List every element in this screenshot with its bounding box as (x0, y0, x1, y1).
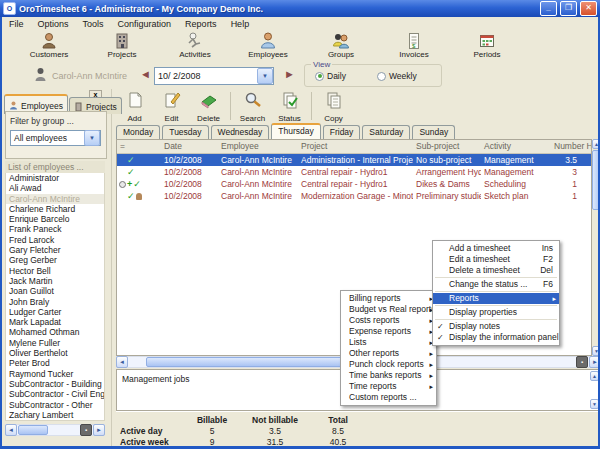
list-item[interactable]: Mylene Fuller (6, 338, 104, 348)
menu-item-reports[interactable]: Reports▸ (433, 293, 559, 304)
list-item[interactable]: Administrator (6, 173, 104, 183)
list-item[interactable]: Peter Brod (6, 358, 104, 368)
menu-file[interactable]: File (2, 18, 31, 30)
list-item[interactable]: Gary Fletcher (6, 245, 104, 255)
title-bar[interactable]: O OroTimesheet 6 - Administrator - My Co… (0, 0, 600, 17)
list-item[interactable]: Hector Bell (6, 266, 104, 276)
list-item[interactable]: Jack Martin (6, 276, 104, 286)
list-item[interactable]: Frank Paneck (6, 224, 104, 234)
employees-button[interactable]: Employees (245, 31, 291, 59)
list-item[interactable]: John Braly (6, 297, 104, 307)
menu-item-add-timesheet[interactable]: Add a timesheetIns (433, 243, 559, 254)
menu-item-time-reports[interactable]: Time reports▸ (341, 381, 436, 392)
col-employee[interactable]: Employee (218, 140, 298, 153)
menu-help[interactable]: Help (224, 18, 257, 30)
date-dropdown-icon[interactable]: ▼ (257, 68, 273, 84)
col-date[interactable]: Date (161, 140, 218, 153)
menu-options[interactable]: Options (31, 18, 76, 30)
col-subproject[interactable]: Sub-project (413, 140, 481, 153)
periods-button[interactable]: Periods (464, 31, 510, 59)
menu-item-custom-reports[interactable]: Custom reports ... (341, 392, 436, 403)
menu-reports[interactable]: Reports (178, 18, 224, 30)
previous-date-button[interactable]: ◄ (140, 68, 151, 80)
list-item[interactable]: SubContractor - Civil Eng. (6, 389, 104, 399)
menu-item-other-reports[interactable]: Other reports▸ (341, 348, 436, 359)
list-item[interactable]: Greg Gerber (6, 255, 104, 265)
menu-item-billing-reports[interactable]: Billing reports▸ (341, 293, 436, 304)
add-button[interactable]: Add (116, 90, 153, 123)
search-button[interactable]: Search (234, 90, 271, 123)
menu-separator (435, 291, 557, 292)
scroll-thumb[interactable] (18, 425, 48, 435)
tab-monday[interactable]: Monday (116, 125, 160, 140)
scroll-grip-icon[interactable]: ▪ (576, 356, 588, 368)
list-item[interactable]: SubContractor - Other (6, 400, 104, 410)
groups-button[interactable]: Groups (318, 31, 364, 59)
tab-wednesday[interactable]: Wednesday (211, 125, 270, 140)
menu-item-change-status[interactable]: Change the status ...F6 (433, 279, 559, 290)
list-item[interactable]: SubContractor - Building (6, 379, 104, 389)
list-item[interactable]: Ludger Carter (6, 307, 104, 317)
scroll-thumb[interactable] (146, 357, 356, 367)
view-daily-radio[interactable]: Daily (315, 71, 346, 81)
menu-item-expense-reports[interactable]: Expense reports▸ (341, 326, 436, 337)
menu-item-display-notes[interactable]: ✓Display notes (433, 321, 559, 332)
scroll-left-icon[interactable]: ◄ (116, 356, 128, 368)
menu-configuration[interactable]: Configuration (111, 18, 179, 30)
col-project[interactable]: Project (298, 140, 413, 153)
menu-item-display-information-panel[interactable]: ✓Display the information panel (433, 332, 559, 343)
edit-button[interactable]: Edit (153, 90, 190, 123)
list-item[interactable]: Joan Guillot (6, 286, 104, 296)
group-filter-select[interactable]: All employees ▼ (10, 130, 101, 146)
list-item[interactable]: Enrique Barcelo (6, 214, 104, 224)
status-button[interactable]: Status (271, 90, 308, 123)
menu-item-costs-reports[interactable]: Costs reports▸ (341, 315, 436, 326)
list-item[interactable]: Raymond Tucker (6, 369, 104, 379)
tab-sunday[interactable]: Sunday (412, 125, 455, 140)
tab-saturday[interactable]: Saturday (362, 125, 410, 140)
next-date-button[interactable]: ► (284, 68, 295, 80)
scroll-right-icon[interactable]: ► (93, 424, 105, 436)
tab-tuesday[interactable]: Tuesday (162, 125, 208, 140)
sidebar-horizontal-scrollbar[interactable]: ◄ ▪ ► (5, 424, 105, 436)
projects-button[interactable]: Projects (99, 31, 145, 59)
tab-friday[interactable]: Friday (323, 125, 361, 140)
list-item[interactable]: Charlene Richard (6, 204, 104, 214)
scroll-left-icon[interactable]: ◄ (5, 424, 17, 436)
list-item[interactable]: Mohamed Othman (6, 327, 104, 337)
menu-item-delete-timesheet[interactable]: Delete a timesheetDel (433, 265, 559, 276)
table-row[interactable]: ✓ 10/2/2008 Carol-Ann McIntire Moderniza… (117, 190, 591, 202)
table-row[interactable]: + ✓ 10/2/2008 Carol-Ann McIntire Central… (117, 178, 591, 190)
copy-button[interactable]: Copy (315, 90, 352, 123)
menu-item-display-properties[interactable]: Display properties (433, 307, 559, 318)
list-item[interactable]: Zachary Lambert (6, 410, 104, 420)
menu-item-budget-vs-real-reports[interactable]: Budget vs Real reports▸ (341, 304, 436, 315)
scroll-grip-icon[interactable]: ▪ (80, 424, 92, 436)
delete-button[interactable]: Delete (190, 90, 227, 123)
list-item[interactable]: Fred Larock (6, 235, 104, 245)
filter-dropdown-icon[interactable]: ▼ (84, 130, 100, 146)
menu-item-time-banks-reports[interactable]: Time banks reports▸ (341, 370, 436, 381)
col-hours[interactable]: Number Hour(s) (551, 140, 591, 153)
maximize-button[interactable]: ❐ (560, 1, 577, 16)
table-row[interactable]: ✓ 10/2/2008 Carol-Ann McIntire Central r… (117, 166, 591, 178)
minimize-button[interactable]: _ (540, 1, 557, 16)
col-status[interactable]: = (117, 140, 161, 153)
list-item-selected[interactable]: Carol-Ann McIntire (6, 194, 104, 204)
menu-item-punch-clock-reports[interactable]: Punch clock reports▸ (341, 359, 436, 370)
view-weekly-radio[interactable]: Weekly (377, 71, 417, 81)
list-item[interactable]: Ali Awad (6, 183, 104, 193)
table-row[interactable]: ✓ 10/2/2008 Carol-Ann McIntire Administr… (117, 154, 591, 166)
date-picker[interactable]: 10/ 2/2008 ▼ (154, 67, 274, 85)
invoices-button[interactable]: $ Invoices (391, 31, 437, 59)
menu-item-edit-timesheet[interactable]: Edit a timesheetF2 (433, 254, 559, 265)
list-item[interactable]: Oliver Berthelot (6, 348, 104, 358)
list-item[interactable]: Mark Lapadat (6, 317, 104, 327)
close-button[interactable]: ✕ (580, 1, 597, 16)
activities-button[interactable]: Activities (172, 31, 218, 59)
tab-thursday[interactable]: Thursday (271, 123, 320, 140)
customers-button[interactable]: Customers (26, 31, 72, 59)
col-activity[interactable]: Activity (481, 140, 551, 153)
menu-tools[interactable]: Tools (76, 18, 111, 30)
menu-item-lists[interactable]: Lists▸ (341, 337, 436, 348)
